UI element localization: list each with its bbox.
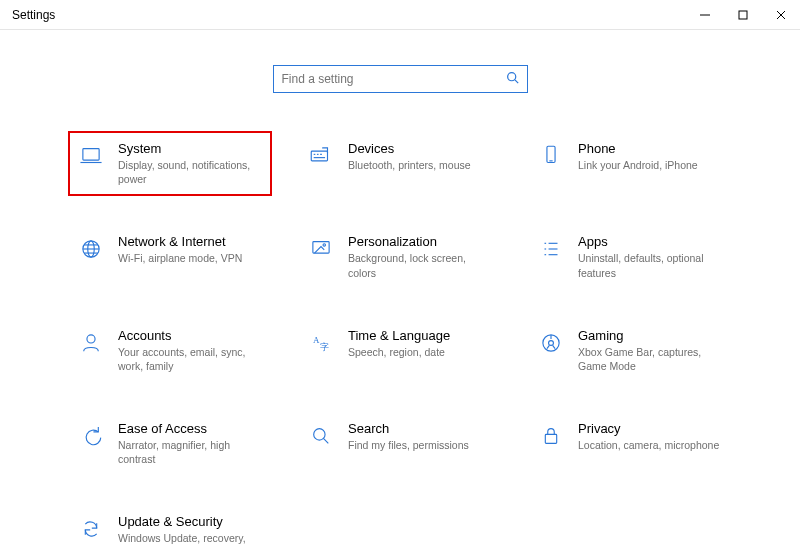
paintbrush-icon [308,236,334,262]
svg-point-21 [323,244,325,246]
tile-title: Update & Security [118,514,264,529]
tile-desc: Location, camera, microphone [578,438,719,452]
svg-rect-1 [739,11,747,19]
svg-rect-35 [545,434,556,443]
tile-title: Time & Language [348,328,450,343]
svg-point-33 [314,429,325,440]
search-area [0,65,800,93]
person-icon [78,330,104,356]
search-icon [506,70,519,88]
window-controls [686,0,800,30]
tile-devices[interactable]: Devices Bluetooth, printers, mouse [300,133,500,194]
tile-desc: Your accounts, email, sync, work, family [118,345,264,373]
tile-update-security[interactable]: Update & Security Windows Update, recove… [70,506,270,547]
tile-desc: Uninstall, defaults, optional features [578,251,724,279]
settings-grid: System Display, sound, notifications, po… [70,133,730,547]
svg-line-5 [514,80,517,83]
tile-desc: Display, sound, notifications, power [118,158,264,186]
laptop-icon [78,143,104,169]
tile-privacy[interactable]: Privacy Location, camera, microphone [530,413,730,474]
tile-desc: Xbox Game Bar, captures, Game Mode [578,345,724,373]
tile-title: System [118,141,264,156]
title-bar: Settings [0,0,800,30]
language-icon: A字 [308,330,334,356]
tile-personalization[interactable]: Personalization Background, lock screen,… [300,226,500,287]
svg-rect-20 [313,242,329,253]
search-box[interactable] [273,65,528,93]
maximize-button[interactable] [724,0,762,30]
tile-desc: Wi-Fi, airplane mode, VPN [118,251,242,265]
tile-accounts[interactable]: Accounts Your accounts, email, sync, wor… [70,320,270,381]
tile-title: Accounts [118,328,264,343]
close-button[interactable] [762,0,800,30]
tile-ease-of-access[interactable]: Ease of Access Narrator, magnifier, high… [70,413,270,474]
tile-system[interactable]: System Display, sound, notifications, po… [70,133,270,194]
phone-icon [538,143,564,169]
tile-title: Privacy [578,421,719,436]
tile-title: Personalization [348,234,494,249]
tile-title: Ease of Access [118,421,264,436]
tile-title: Phone [578,141,698,156]
tile-search[interactable]: Search Find my files, permissions [300,413,500,474]
keyboard-icon [308,143,334,169]
svg-rect-8 [311,151,327,161]
magnifier-icon [308,423,334,449]
minimize-icon [700,10,710,20]
tile-title: Network & Internet [118,234,242,249]
maximize-icon [738,10,748,20]
svg-rect-6 [83,149,99,160]
accessibility-icon [78,423,104,449]
svg-point-28 [87,335,95,343]
tile-desc: Link your Android, iPhone [578,158,698,172]
tile-title: Gaming [578,328,724,343]
tile-desc: Windows Update, recovery, backup [118,531,264,547]
tile-network[interactable]: Network & Internet Wi-Fi, airplane mode,… [70,226,270,287]
svg-text:A: A [313,335,320,345]
minimize-button[interactable] [686,0,724,30]
tile-desc: Narrator, magnifier, high contrast [118,438,264,466]
tile-desc: Background, lock screen, colors [348,251,494,279]
globe-icon [78,236,104,262]
lock-icon [538,423,564,449]
gaming-icon [538,330,564,356]
svg-point-4 [507,73,515,81]
svg-text:字: 字 [320,341,329,351]
tile-desc: Bluetooth, printers, mouse [348,158,471,172]
tile-desc: Find my files, permissions [348,438,469,452]
tile-title: Search [348,421,469,436]
close-icon [776,10,786,20]
tile-time-language[interactable]: A字 Time & Language Speech, region, date [300,320,500,381]
search-input[interactable] [282,72,506,86]
tile-phone[interactable]: Phone Link your Android, iPhone [530,133,730,194]
tile-desc: Speech, region, date [348,345,450,359]
svg-rect-13 [547,146,555,162]
tile-gaming[interactable]: Gaming Xbox Game Bar, captures, Game Mod… [530,320,730,381]
tile-title: Devices [348,141,471,156]
window-title: Settings [0,8,55,22]
svg-point-32 [549,340,554,345]
update-icon [78,516,104,542]
svg-line-34 [323,438,328,443]
tile-title: Apps [578,234,724,249]
apps-icon [538,236,564,262]
tile-apps[interactable]: Apps Uninstall, defaults, optional featu… [530,226,730,287]
